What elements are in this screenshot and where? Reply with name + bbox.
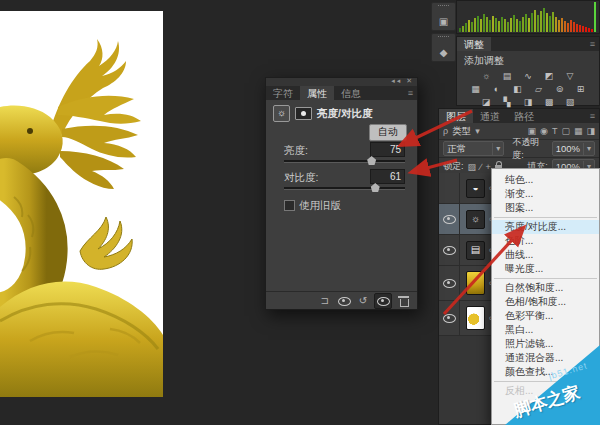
histogram-bar: [474, 18, 476, 32]
menu-item[interactable]: 自然饱和度...: [492, 281, 599, 295]
histogram-bar: [519, 21, 521, 32]
menu-item[interactable]: 色彩平衡...: [492, 309, 599, 323]
filter-shape-icon[interactable]: ▢: [561, 125, 570, 137]
photoshop-workspace: ▣ ◆ 调整 ≡ 添加调整 ☼▤∿◩▽▦◐◧▱⊚⊞◪▚◨▩▧ 图层 通道 路径 …: [0, 0, 600, 425]
histogram-bar: [540, 11, 542, 32]
tab-channels[interactable]: 通道: [473, 109, 507, 123]
hue-saturation-icon[interactable]: ▦: [468, 83, 484, 95]
chevron-down-icon: ▾: [583, 143, 591, 155]
panel-menu-icon[interactable]: ≡: [408, 86, 417, 100]
tab-paths[interactable]: 路径: [507, 109, 541, 123]
lock-transparency-icon[interactable]: ▨: [468, 161, 477, 173]
histogram-bar: [576, 24, 578, 32]
brightness-slider[interactable]: [284, 160, 405, 163]
levels-icon[interactable]: ▤: [499, 70, 515, 82]
dragon-image: [0, 11, 163, 397]
menu-item[interactable]: 色阶...: [492, 234, 599, 248]
tab-character[interactable]: 字符: [266, 86, 300, 100]
tab-adjustments[interactable]: 调整: [457, 37, 491, 51]
menu-item[interactable]: 图案...: [492, 201, 599, 215]
eye-icon: [443, 314, 456, 323]
histogram-bar: [567, 23, 569, 32]
photo-filter-icon[interactable]: ▱: [531, 83, 547, 95]
menu-item[interactable]: 黑白...: [492, 323, 599, 337]
auto-button[interactable]: 自动: [369, 124, 407, 141]
contrast-value-field[interactable]: 61: [370, 169, 405, 184]
menu-item[interactable]: 曝光度...: [492, 262, 599, 276]
channel-mixer-icon[interactable]: ⊚: [552, 83, 568, 95]
histogram-bar: [510, 18, 512, 32]
menu-item[interactable]: 曲线...: [492, 248, 599, 262]
gradient-map-icon[interactable]: ▩: [541, 96, 557, 108]
layer-thumbnail[interactable]: [466, 306, 485, 330]
eye-icon: [443, 215, 456, 224]
posterize-icon[interactable]: ▚: [499, 96, 515, 108]
menu-item[interactable]: 渐变...: [492, 187, 599, 201]
vibrance-icon[interactable]: ▽: [562, 70, 578, 82]
menu-item[interactable]: 纯色...: [492, 173, 599, 187]
panel-collapse-close-icons[interactable]: ◂◂ ✕: [391, 77, 414, 85]
properties-panel: ◂◂ ✕ 字符 属性 信息 ≡ ☼ 亮度/对比度 自动 亮度: 75 对比度: …: [265, 77, 418, 310]
clip-to-layer-icon[interactable]: ⊐: [317, 294, 333, 308]
filter-kind-dropdown[interactable]: 类型: [452, 125, 471, 138]
layer-thumbnail[interactable]: [466, 271, 485, 295]
visibility-toggle[interactable]: [439, 266, 460, 300]
adjustment-layer-thumbnail[interactable]: ☼: [466, 210, 485, 229]
opacity-value: 100%: [556, 143, 580, 155]
filter-smart-object-icon[interactable]: ▦: [574, 125, 583, 137]
previous-state-icon[interactable]: [336, 294, 352, 308]
collapsed-panel-clone-source[interactable]: ▣: [431, 2, 456, 31]
color-balance-icon[interactable]: ◐: [489, 83, 505, 95]
filter-type-icon[interactable]: T: [552, 125, 558, 137]
invert-icon[interactable]: ◪: [478, 96, 494, 108]
histogram-bar: [516, 19, 518, 32]
histogram-bar: [528, 18, 530, 32]
delete-icon[interactable]: [395, 294, 411, 308]
tab-properties[interactable]: 属性: [300, 86, 334, 100]
histogram-bar: [483, 14, 485, 32]
visibility-icon[interactable]: [374, 293, 392, 309]
adjustment-layer-thumbnail[interactable]: ◒: [466, 179, 485, 198]
brightness-contrast-icon[interactable]: ☼: [478, 70, 494, 82]
histogram-bar: [492, 16, 494, 32]
histogram-bar: [558, 20, 560, 32]
document-canvas[interactable]: [0, 11, 163, 397]
blend-mode-select[interactable]: 正常 ▾: [443, 141, 504, 156]
eye-icon: [443, 279, 456, 288]
lock-paint-icon[interactable]: ∕: [480, 161, 482, 173]
contrast-slider-thumb[interactable]: [371, 183, 380, 192]
black-white-icon[interactable]: ◧: [510, 83, 526, 95]
threshold-icon[interactable]: ◨: [520, 96, 536, 108]
histogram-bar: [591, 29, 593, 32]
tab-layers[interactable]: 图层: [439, 109, 473, 123]
reset-icon[interactable]: ↺: [355, 294, 371, 308]
visibility-toggle[interactable]: [439, 301, 460, 335]
histogram-bar: [525, 14, 527, 32]
exposure-icon[interactable]: ◩: [541, 70, 557, 82]
visibility-toggle[interactable]: [439, 173, 460, 203]
use-legacy-checkbox[interactable]: [284, 200, 295, 211]
panel-menu-icon[interactable]: ≡: [590, 37, 599, 51]
visibility-toggle[interactable]: [439, 204, 460, 234]
properties-window-bar[interactable]: ◂◂ ✕: [266, 78, 417, 86]
selective-color-icon[interactable]: ▧: [562, 96, 578, 108]
contrast-slider[interactable]: [284, 187, 405, 190]
brightness-value-field[interactable]: 75: [370, 142, 405, 157]
color-lookup-icon[interactable]: ⊞: [573, 83, 589, 95]
histogram-bar: [564, 21, 566, 32]
curves-icon[interactable]: ∿: [520, 70, 536, 82]
opacity-field[interactable]: 100% ▾: [552, 141, 595, 156]
panel-menu-icon[interactable]: ≡: [590, 109, 599, 123]
menu-item[interactable]: 亮度/对比度...: [492, 220, 599, 234]
collapsed-panel-styles[interactable]: ◆: [431, 33, 456, 62]
tab-info[interactable]: 信息: [334, 86, 368, 100]
menu-item[interactable]: 照片滤镜...: [492, 337, 599, 351]
menu-item[interactable]: 色相/饱和度...: [492, 295, 599, 309]
visibility-toggle[interactable]: [439, 235, 460, 265]
filter-toggle-icon[interactable]: ◨: [586, 125, 595, 137]
brightness-slider-thumb[interactable]: [367, 156, 376, 165]
chevron-down-icon[interactable]: ▾: [475, 125, 480, 137]
grip-lines: [438, 36, 449, 41]
adjustment-layer-thumbnail[interactable]: ▤: [466, 241, 485, 260]
histogram-bar: [534, 10, 536, 32]
